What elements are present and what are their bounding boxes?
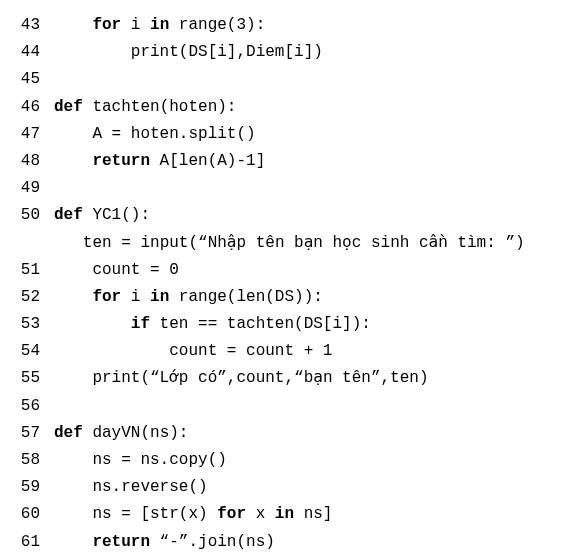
- indent: [54, 451, 92, 469]
- code-line: 59 ns.reverse(): [8, 474, 574, 501]
- code-line: 55 print(“Lớp có”,count,“bạn tên”,ten): [8, 365, 574, 392]
- code-text: print(DS[i],Diem[i]): [131, 43, 323, 61]
- line-number: 59: [8, 474, 40, 501]
- keyword: for: [92, 288, 121, 306]
- code-line: 49: [8, 175, 574, 202]
- code-text: ns = ns.copy(): [92, 451, 226, 469]
- indent: [54, 125, 92, 143]
- code-text: A = hoten.split(): [92, 125, 255, 143]
- indent: [54, 505, 92, 523]
- code-line: 52 for i in range(len(DS)):: [8, 284, 574, 311]
- code-text: “-”.join(ns): [150, 533, 275, 551]
- code-text: count = count + 1: [169, 342, 332, 360]
- line-number: 56: [8, 393, 40, 420]
- code-line: 53 if ten == tachten(DS[i]):: [8, 311, 574, 338]
- code-content: for i in range(3):: [54, 12, 265, 39]
- code-content: for i in range(len(DS)):: [54, 284, 323, 311]
- code-line: 57def dayVN(ns):: [8, 420, 574, 447]
- line-number: 51: [8, 257, 40, 284]
- keyword: for: [92, 16, 121, 34]
- code-text: ns = [str(x): [92, 505, 217, 523]
- code-text: range(3):: [169, 16, 265, 34]
- line-number: 47: [8, 121, 40, 148]
- line-number: 45: [8, 66, 40, 93]
- code-text: i: [121, 288, 150, 306]
- indent: [54, 288, 92, 306]
- code-line: 47 A = hoten.split(): [8, 121, 574, 148]
- code-text: dayVN(ns):: [83, 424, 189, 442]
- code-content: A = hoten.split(): [54, 121, 256, 148]
- code-content: ns.reverse(): [54, 474, 208, 501]
- line-number: 49: [8, 175, 40, 202]
- code-text: ns]: [294, 505, 332, 523]
- code-content: def tachten(hoten):: [54, 94, 236, 121]
- code-text: ns.reverse(): [92, 478, 207, 496]
- code-text: tachten(hoten):: [83, 98, 237, 116]
- code-line: 54 count = count + 1: [8, 338, 574, 365]
- code-line: 56: [8, 393, 574, 420]
- code-line: 58 ns = ns.copy(): [8, 447, 574, 474]
- code-line: 46def tachten(hoten):: [8, 94, 574, 121]
- code-line: ten = input(“Nhập tên bạn học sinh cần t…: [8, 230, 574, 257]
- code-text: print(“Lớp có”,count,“bạn tên”,ten): [92, 369, 428, 387]
- code-line: 60 ns = [str(x) for x in ns]: [8, 501, 574, 528]
- code-content: if ten == tachten(DS[i]):: [54, 311, 371, 338]
- keyword: if: [131, 315, 150, 333]
- code-text: range(len(DS)):: [169, 288, 323, 306]
- keyword: return: [92, 152, 150, 170]
- code-text: x: [246, 505, 275, 523]
- indent: [54, 152, 92, 170]
- code-line: 61 return “-”.join(ns): [8, 529, 574, 554]
- keyword: return: [92, 533, 150, 551]
- indent: [54, 16, 92, 34]
- line-number: 53: [8, 311, 40, 338]
- code-text: ten == tachten(DS[i]):: [150, 315, 371, 333]
- code-content: ns = [str(x) for x in ns]: [54, 501, 332, 528]
- code-content: count = count + 1: [54, 338, 332, 365]
- indent: [54, 234, 83, 252]
- code-text: ten = input(“Nhập tên bạn học sinh cần t…: [83, 234, 525, 252]
- keyword: def: [54, 424, 83, 442]
- indent: [54, 261, 92, 279]
- keyword: in: [150, 16, 169, 34]
- code-content: return A[len(A)-1]: [54, 148, 265, 175]
- keyword: def: [54, 98, 83, 116]
- code-line: 44 print(DS[i],Diem[i]): [8, 39, 574, 66]
- code-line: 50def YC1():: [8, 202, 574, 229]
- line-number: 44: [8, 39, 40, 66]
- code-line: 43 for i in range(3):: [8, 12, 574, 39]
- indent: [54, 369, 92, 387]
- code-content: print(DS[i],Diem[i]): [54, 39, 323, 66]
- code-content: count = 0: [54, 257, 179, 284]
- code-line: 45: [8, 66, 574, 93]
- keyword: for: [217, 505, 246, 523]
- line-number: 52: [8, 284, 40, 311]
- code-text: YC1():: [83, 206, 150, 224]
- code-content: print(“Lớp có”,count,“bạn tên”,ten): [54, 365, 429, 392]
- keyword: in: [150, 288, 169, 306]
- line-number: 50: [8, 202, 40, 229]
- code-text: A[len(A)-1]: [150, 152, 265, 170]
- code-text: i: [121, 16, 150, 34]
- line-number: 60: [8, 501, 40, 528]
- code-content: def YC1():: [54, 202, 150, 229]
- code-content: def dayVN(ns):: [54, 420, 188, 447]
- code-line: 48 return A[len(A)-1]: [8, 148, 574, 175]
- keyword: in: [275, 505, 294, 523]
- indent: [54, 478, 92, 496]
- indent: [54, 533, 92, 551]
- line-number: 61: [8, 529, 40, 554]
- keyword: def: [54, 206, 83, 224]
- code-text: count = 0: [92, 261, 178, 279]
- indent: [54, 342, 169, 360]
- code-line: 51 count = 0: [8, 257, 574, 284]
- line-number: 43: [8, 12, 40, 39]
- line-number: 48: [8, 148, 40, 175]
- indent: [54, 43, 131, 61]
- line-number: 46: [8, 94, 40, 121]
- line-number: 55: [8, 365, 40, 392]
- line-number: 54: [8, 338, 40, 365]
- code-content: ns = ns.copy(): [54, 447, 227, 474]
- line-number: 57: [8, 420, 40, 447]
- code-block: 43 for i in range(3):44 print(DS[i],Diem…: [8, 12, 574, 554]
